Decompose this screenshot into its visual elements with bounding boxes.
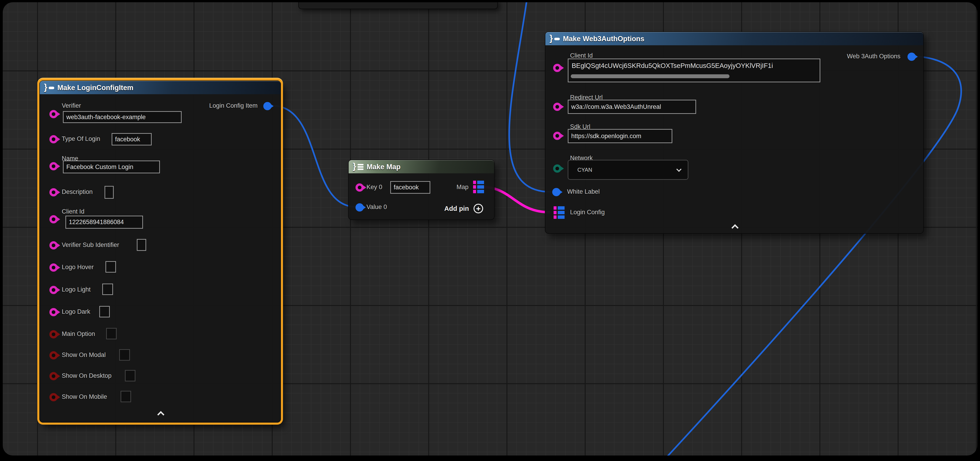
pin-key-0[interactable] xyxy=(355,183,364,192)
make-map-icon: } xyxy=(353,164,363,170)
partial-node-top[interactable] xyxy=(298,2,498,9)
pin-client-id[interactable] xyxy=(49,215,58,223)
pin-logo-dark[interactable] xyxy=(49,308,58,316)
pin-client-id[interactable] xyxy=(553,64,562,72)
pin-show-on-mobile[interactable] xyxy=(49,393,58,401)
pin-label: Verifier xyxy=(62,102,81,109)
blueprint-graph-canvas[interactable]: } Make LoginConfigItem Login Config Item… xyxy=(3,2,977,456)
logo-hover-input[interactable] xyxy=(105,261,116,273)
pin-value-0[interactable] xyxy=(355,203,364,211)
node-title: Make LoginConfigItem xyxy=(57,84,134,92)
node-header[interactable]: } Make Map xyxy=(348,160,494,173)
client-id-input[interactable]: 1222658941886084 xyxy=(65,216,143,229)
node-header[interactable]: } Make Web3AuthOptions xyxy=(546,32,923,45)
client-id-value: BEglQSgt4cUWcj6SKRdu5QkOXTsePmMcusG5EAoy… xyxy=(572,62,773,70)
add-pin-label[interactable]: Add pin xyxy=(444,205,469,213)
pin-label: Value 0 xyxy=(366,203,387,211)
node-make-loginconfigitem[interactable]: } Make LoginConfigItem Login Config Item… xyxy=(39,81,281,423)
make-struct-icon: } xyxy=(44,84,54,91)
pin-label: Main Option xyxy=(62,331,95,337)
pin-name[interactable] xyxy=(49,162,58,170)
node-make-map[interactable]: } Make Map Key 0 facebook Map Value 0 Ad… xyxy=(348,160,495,220)
pin-label: Client Id xyxy=(62,208,84,215)
node-title: Make Web3AuthOptions xyxy=(563,35,644,43)
sdk-url-input[interactable]: https://sdk.openlogin.com xyxy=(568,129,672,143)
redirect-url-input[interactable]: w3a://com.w3a.Web3AuthUnreal xyxy=(568,100,696,114)
pin-label: Type Of Login xyxy=(62,135,100,143)
pin-verifier[interactable] xyxy=(49,110,58,118)
pin-label: Logo Light xyxy=(62,286,91,293)
pin-label: Logo Hover xyxy=(62,264,94,271)
wire-loginconfigitem-to-value0 xyxy=(273,106,356,207)
name-input[interactable]: Facebook Custom Login xyxy=(63,161,160,173)
add-pin-icon[interactable]: + xyxy=(474,204,483,213)
pin-label: Logo Dark xyxy=(62,308,91,315)
pin-label: Show On Desktop xyxy=(62,372,111,379)
client-id-input[interactable]: BEglQSgt4cUWcj6SKRdu5QkOXTsePmMcusG5EAoy… xyxy=(568,59,820,82)
pin-label: Login Config xyxy=(570,209,605,216)
main-option-checkbox[interactable] xyxy=(106,328,117,339)
logo-dark-input[interactable] xyxy=(99,306,110,317)
node-make-web3authoptions[interactable]: } Make Web3AuthOptions Web 3Auth Options… xyxy=(545,32,924,234)
pin-show-on-desktop[interactable] xyxy=(49,372,58,380)
horizontal-scrollbar[interactable] xyxy=(571,74,730,78)
pin-show-on-modal[interactable] xyxy=(49,351,58,359)
pin-redirect-url[interactable] xyxy=(553,103,562,111)
make-struct-icon: } xyxy=(549,35,560,42)
type-of-login-input[interactable]: facebook xyxy=(111,133,152,145)
node-header[interactable]: } Make LoginConfigItem xyxy=(40,81,280,94)
verifier-input[interactable]: web3auth-facebook-example xyxy=(63,111,181,123)
node-title: Make Map xyxy=(367,163,401,171)
pin-label: Map xyxy=(457,184,468,191)
pin-network[interactable] xyxy=(553,164,562,173)
pin-description[interactable] xyxy=(49,188,58,196)
pin-logo-light[interactable] xyxy=(49,286,58,294)
pin-sdk-url[interactable] xyxy=(553,132,562,140)
pin-main-option[interactable] xyxy=(49,330,58,339)
output-pin-web3auth-options[interactable] xyxy=(907,52,916,61)
collapse-chevron-icon[interactable] xyxy=(731,224,738,231)
key-0-input[interactable]: facebook xyxy=(390,181,430,194)
pin-label: Show On Mobile xyxy=(62,393,107,401)
verifier-sub-identifier-input[interactable] xyxy=(137,239,146,251)
pin-label: Show On Modal xyxy=(62,351,106,359)
map-container-pin-icon[interactable] xyxy=(473,181,484,193)
show-on-mobile-checkbox[interactable] xyxy=(121,391,131,402)
collapse-chevron-icon[interactable] xyxy=(157,411,164,418)
network-dropdown[interactable]: CYAN xyxy=(568,160,688,180)
pin-verifier-sub-identifier[interactable] xyxy=(49,241,58,250)
pin-label: White Label xyxy=(567,188,600,195)
pin-label: Key 0 xyxy=(366,184,382,191)
pin-type-of-login[interactable] xyxy=(49,135,58,143)
show-on-desktop-checkbox[interactable] xyxy=(125,370,135,382)
show-on-modal-checkbox[interactable] xyxy=(119,349,130,361)
output-pin-label: Login Config Item xyxy=(209,102,258,109)
pin-label: Description xyxy=(62,188,93,196)
logo-light-input[interactable] xyxy=(102,283,113,295)
output-pin-login-config-item[interactable] xyxy=(263,102,272,110)
pin-white-label[interactable] xyxy=(552,188,560,196)
description-input[interactable] xyxy=(105,186,114,199)
login-config-map-pin-icon[interactable] xyxy=(554,206,565,219)
pin-logo-hover[interactable] xyxy=(49,264,58,272)
pin-label: Verifier Sub Identifier xyxy=(62,242,119,248)
output-pin-label: Web 3Auth Options xyxy=(847,53,900,60)
network-selected-value: CYAN xyxy=(578,167,592,173)
dropdown-chevron-icon xyxy=(676,167,682,172)
pin-label: Client Id xyxy=(570,52,593,59)
